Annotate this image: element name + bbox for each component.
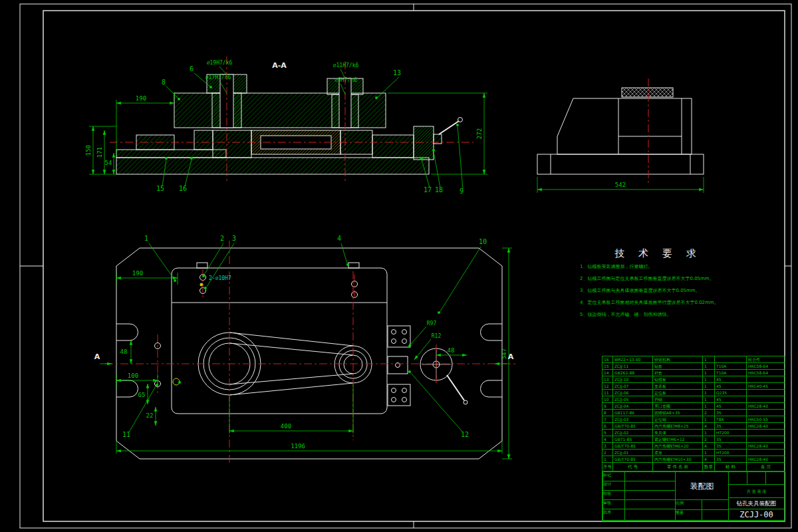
bom-cell <box>747 410 785 416</box>
bom-cell <box>747 396 785 403</box>
bom-cell: 14 <box>602 370 613 376</box>
plan-handle-knob <box>464 400 467 404</box>
leader-dot <box>178 98 180 100</box>
bom-cell: 13 <box>602 376 613 383</box>
bom-cell: 定位销 <box>653 416 703 423</box>
bom-cell <box>747 430 785 436</box>
hinge-bracket <box>194 130 213 150</box>
balloon-leader <box>149 243 174 279</box>
bom-cell: HRC50-55 <box>747 416 785 423</box>
bom-cell: T10A <box>715 363 747 370</box>
tech-req-item: 5、锐边倒钝，不允许磕、碰、划伤和锈蚀。 <box>580 309 736 320</box>
bom-cell: 内六角螺钉M10×30 <box>653 456 703 463</box>
clamp-screw <box>392 339 396 344</box>
dim-22: 22 <box>146 412 154 419</box>
balloon-leader <box>166 86 178 98</box>
tech-req-title: 技 术 要 求 <box>580 247 736 260</box>
section-letter-right: A <box>508 352 514 361</box>
leader-line <box>219 66 227 74</box>
plan-dim-texts: 190 100 48 65 22 400 1196 547 48 R97 R12… <box>94 235 514 450</box>
tangent-top-inner <box>229 343 353 355</box>
bom-cell <box>747 390 785 396</box>
bom-cell: 内六角螺钉M8×25 <box>653 423 703 430</box>
bom-cell: ZCJJ-06 <box>613 390 653 396</box>
bom-cell: 35 <box>715 443 747 450</box>
clamp-screw <box>402 388 407 393</box>
bom-cell: 1 <box>703 376 715 383</box>
clamp-plate-bottom <box>388 384 410 406</box>
balloon-17: 17 <box>424 186 432 194</box>
dim-190: 190 <box>136 95 146 102</box>
bom-cell: 1 <box>703 450 715 456</box>
parts-list: 16BM22×13-00铰链机构1组合件 15ZCJJ-11钻套1T10AHRC… <box>602 356 785 471</box>
bom-cell: Q235 <box>715 390 747 396</box>
bom-cell: 底座 <box>653 450 703 456</box>
dim-48-right: 48 <box>448 347 455 354</box>
balloon-1: 1 <box>144 235 148 242</box>
balloon-10: 10 <box>479 238 487 245</box>
tech-req-item: 3、钻模工作面与夹具体底面垂直度误差不大于0.05mm。 <box>580 285 736 296</box>
clamp-plate-top <box>388 326 410 347</box>
bom-cell: GB262-88 <box>613 370 653 376</box>
title-block-blank <box>624 509 676 521</box>
bom-cell: 4 <box>703 423 715 430</box>
bom-cell: ZCJJ-01 <box>613 450 653 456</box>
bom-cell: 2 <box>602 450 613 456</box>
bom-cell: 1 <box>703 390 715 396</box>
balloon-leader <box>378 77 399 97</box>
left-clamp-section <box>213 130 251 158</box>
bom-cell: 衬套 <box>653 370 703 376</box>
bom-cell: 45 <box>715 396 747 403</box>
title-block-blank <box>624 490 676 500</box>
bom-cell: 夹具体 <box>653 430 703 436</box>
dim-1196: 1196 <box>291 443 305 450</box>
drawing-name: 钻孔夹具装配图 <box>728 497 785 509</box>
title-block-blank <box>624 499 676 509</box>
sheet-label: 共 张 第 张 <box>728 484 785 498</box>
bushing-left-dia-label2: ∅17H7/n6 <box>205 74 231 80</box>
technical-requirements: 技 术 要 求 1、钻模板安装调整后，拧紧螺钉。 2、钻模工作面与定位支承板工作… <box>580 247 736 320</box>
title-block-label: 批准 <box>602 509 625 521</box>
title-block-blank <box>624 471 676 481</box>
lower-plate-section <box>116 150 226 158</box>
base-plate-section <box>116 158 429 174</box>
bom-cell <box>715 356 747 363</box>
balloon-18: 18 <box>435 186 443 194</box>
bom-cell: HT200 <box>715 430 747 436</box>
balloon-11: 11 <box>122 431 130 438</box>
bom-cell <box>747 450 785 456</box>
plan-handle <box>447 375 464 400</box>
bom-cell: BM22×13-00 <box>613 356 653 363</box>
clamp-screw <box>392 388 396 393</box>
cad-drawing-page: 190 150 171 54 272 ∅19H7/k6 ∅17H7/n6 ∅11… <box>0 0 798 532</box>
drawing-number: ZCJJ-00 <box>728 509 785 521</box>
title-block-label: 标记 <box>602 471 625 481</box>
bom-cell: 1 <box>602 456 613 463</box>
bom-cell: 1 <box>703 356 715 363</box>
tangent-bottom-inner <box>229 374 353 384</box>
bom-cell: 钻套 <box>653 363 703 370</box>
bom-cell: 15 <box>602 363 613 370</box>
bom-cell: 1 <box>703 370 715 376</box>
bom-cell: 1 <box>703 383 715 390</box>
leader-dot <box>456 124 459 126</box>
title-block: 标记 设计 校核 审核 批准 装配图 比例 重量 共 张 第 张 钻孔夹具装配图… <box>602 471 785 521</box>
dim-542: 542 <box>615 182 626 188</box>
bom-cell: 35 <box>715 423 747 430</box>
slot-right-bottom <box>481 380 503 397</box>
weight-value-blank <box>702 509 729 521</box>
leader-dot <box>209 86 212 88</box>
bom-cell: 9 <box>602 403 613 410</box>
front-view <box>116 74 463 174</box>
clamp-handle <box>439 121 459 134</box>
bom-cell: HT200 <box>715 450 747 456</box>
radius-r12: R12 <box>432 333 442 339</box>
tech-req-item: 1、钻模板安装调整后，拧紧螺钉。 <box>580 261 736 272</box>
bom-cell: 35 <box>715 456 747 463</box>
bom-cell: 35 <box>715 410 747 416</box>
balloon-9: 9 <box>460 188 464 195</box>
bom-cell: 4 <box>703 443 715 450</box>
bom-cell: 2 <box>703 410 715 416</box>
bom-cell: 6 <box>602 423 613 430</box>
bom-cell: 挡销 <box>653 396 703 403</box>
